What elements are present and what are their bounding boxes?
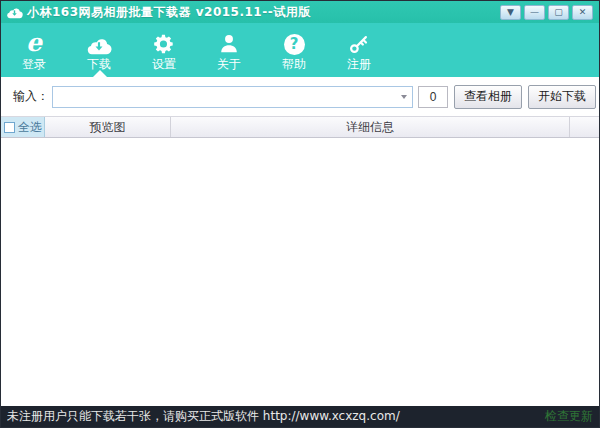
toolbar-label-about: 关于 — [217, 58, 241, 70]
cloud-download-icon — [86, 31, 112, 55]
question-icon: ? — [284, 31, 305, 55]
check-update-link[interactable]: 检查更新 — [545, 408, 593, 425]
toolbar-item-about[interactable]: 关于 — [201, 31, 257, 70]
status-bar: 未注册用户只能下载若干张，请购买正式版软件 http://www.xcxzq.c… — [1, 406, 599, 427]
app-cloud-download-icon — [6, 6, 23, 19]
ie-browser-icon: e — [26, 31, 42, 55]
status-message: 未注册用户只能下载若干张，请购买正式版软件 http://www.xcxzq.c… — [7, 408, 545, 425]
select-all-checkbox[interactable] — [4, 122, 15, 133]
toolbar-label-settings: 设置 — [152, 58, 176, 70]
toolbar-label-register: 注册 — [347, 58, 371, 70]
user-icon — [218, 31, 240, 55]
input-row: 输入： 查看相册 开始下载 — [1, 77, 599, 116]
menu-button[interactable]: ▼ — [500, 5, 521, 20]
window-title: 小林163网易相册批量下载器 v2015.11--试用版 — [27, 4, 500, 21]
select-all-label: 全选 — [18, 119, 42, 136]
view-album-button[interactable]: 查看相册 — [454, 85, 522, 109]
toolbar-label-help: 帮助 — [282, 58, 306, 70]
toolbar-label-download: 下载 — [87, 58, 111, 70]
column-header-details[interactable]: 详细信息 — [171, 117, 570, 137]
toolbar-item-download[interactable]: 下载 — [71, 31, 127, 70]
select-all-cell[interactable]: 全选 — [1, 117, 45, 137]
toolbar-item-settings[interactable]: 设置 — [136, 31, 192, 70]
count-field[interactable] — [418, 86, 448, 108]
minimize-button[interactable]: — — [524, 5, 545, 20]
app-window: 小林163网易相册批量下载器 v2015.11--试用版 ▼ — ▢ ✕ e 登… — [0, 0, 600, 428]
url-combobox — [52, 86, 413, 108]
maximize-button[interactable]: ▢ — [548, 5, 569, 20]
close-button[interactable]: ✕ — [572, 5, 593, 20]
toolbar-label-login: 登录 — [22, 58, 46, 70]
main-toolbar: e 登录 下载 设置 — [1, 23, 599, 77]
toolbar-item-login[interactable]: e 登录 — [6, 31, 62, 70]
chevron-down-icon — [401, 95, 407, 99]
toolbar-item-register[interactable]: 注册 — [331, 31, 387, 70]
active-tab-pointer — [93, 70, 107, 77]
gear-icon — [153, 31, 175, 55]
title-bar: 小林163网易相册批量下载器 v2015.11--试用版 ▼ — ▢ ✕ — [1, 1, 599, 23]
input-label: 输入： — [13, 88, 49, 105]
combobox-dropdown-button[interactable] — [396, 87, 412, 107]
key-icon — [348, 31, 370, 55]
album-list-area — [1, 138, 599, 406]
start-download-button[interactable]: 开始下载 — [528, 85, 596, 109]
list-header: 全选 预览图 详细信息 — [1, 116, 599, 138]
toolbar-item-help[interactable]: ? 帮助 — [266, 31, 322, 70]
window-controls: ▼ — ▢ ✕ — [500, 5, 593, 20]
url-input[interactable] — [53, 88, 396, 106]
column-header-preview[interactable]: 预览图 — [45, 117, 171, 137]
column-header-stub — [570, 117, 599, 137]
